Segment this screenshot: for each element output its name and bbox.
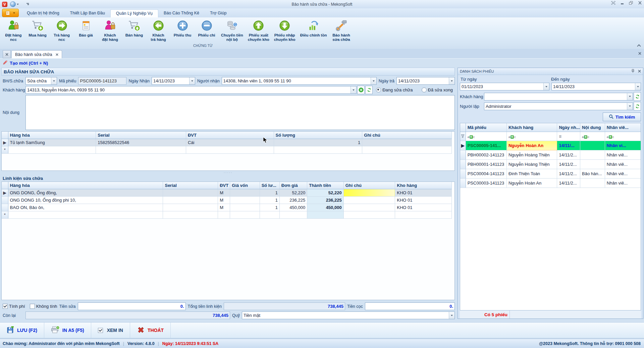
parts-grid-cell[interactable]: BAO ON, Bảo ôn, <box>8 204 163 211</box>
items-grid-cell[interactable]: 1 <box>274 139 362 146</box>
parts-grid-new-row[interactable]: * <box>2 211 452 219</box>
receipt-code-cell[interactable]: PSC00005-141... <box>466 141 506 150</box>
receipt-staff-cell[interactable]: Nhân vi... <box>605 141 641 150</box>
grid-column-header[interactable]: Serial <box>96 132 186 139</box>
content-textarea[interactable] <box>25 95 455 130</box>
items-grid-cell[interactable]: Cái <box>186 139 274 146</box>
grid-column-header[interactable]: Mã phiếu <box>466 123 506 132</box>
ribbon-item-0[interactable]: Đặt hàng ncc <box>1 19 25 43</box>
parts-grid-cell[interactable]: KHO 01 <box>395 197 452 204</box>
grid-column-header[interactable]: Nội dung <box>580 123 605 132</box>
receipt-content-cell[interactable] <box>580 160 605 169</box>
repair-fee-input[interactable]: 0. <box>78 302 186 310</box>
ribbon-item-12[interactable]: Điều chỉnh tồn <box>298 19 329 38</box>
ribbon-item-11[interactable]: Phiếu nhập chuyển kho <box>272 19 298 43</box>
receipt-row[interactable]: ▶PSC00005-141...Nguyễn Hoàn An14/11/...N… <box>460 141 641 150</box>
parts-grid-cell[interactable] <box>218 211 230 219</box>
items-grid-new-row[interactable]: * <box>2 146 452 154</box>
exit-button[interactable]: THOÁT <box>130 323 171 338</box>
tab-close-left-icon[interactable] <box>3 50 11 58</box>
parts-grid-cell[interactable]: KHO 01 <box>395 204 452 211</box>
chevron-down-icon[interactable] <box>449 77 454 84</box>
create-new-link[interactable]: Tạo mới (Ctrl + N) <box>1 59 455 67</box>
parts-grid-cell[interactable] <box>8 211 163 219</box>
parts-grid-cell[interactable]: ONG DONG 10, Ống đồng phi 10, <box>8 197 163 204</box>
chevron-down-icon[interactable] <box>371 77 376 84</box>
receipt-staff-cell[interactable]: Nhân viê... <box>605 150 641 160</box>
preview-checkbox[interactable] <box>98 328 103 333</box>
parts-grid-cell[interactable]: 450,000 <box>307 204 343 211</box>
grid-column-header[interactable]: Khách hàng <box>506 123 557 132</box>
ribbon-collapse-icon[interactable] <box>638 44 641 47</box>
parts-grid-cell[interactable] <box>230 197 260 204</box>
add-customer-button[interactable] <box>357 86 365 94</box>
parts-grid-cell[interactable] <box>343 204 395 211</box>
menu-tab-4[interactable]: Trợ Giúp <box>205 9 232 17</box>
parts-grid-cell[interactable]: 236,225 <box>279 197 307 204</box>
abc-filter-icon[interactable]: aBc <box>605 132 641 141</box>
parts-grid-cell[interactable] <box>343 197 395 204</box>
receipt-customer-cell[interactable]: Nguyễn Hoàng Thiện <box>506 150 557 160</box>
ribbon-item-2[interactable]: Trả hàng ncc <box>50 19 74 43</box>
parts-grid-cell[interactable] <box>395 211 452 219</box>
fullscreen-icon[interactable] <box>611 1 615 5</box>
refresh-customer-button[interactable] <box>365 86 373 94</box>
parts-grid-cell[interactable]: 52,220 <box>279 189 307 197</box>
parts-grid-cell[interactable]: ONG DONG, Ống đồng, <box>8 189 163 197</box>
receipt-content-cell[interactable] <box>580 141 605 150</box>
deposit-input[interactable]: 0. <box>365 302 455 310</box>
ribbon-item-8[interactable]: Phiếu chi <box>195 19 219 38</box>
grid-column-header[interactable]: Ghi chú <box>362 132 452 139</box>
save-button[interactable]: LƯU (F2) <box>0 323 44 338</box>
no-fee-checkbox[interactable] <box>30 304 35 309</box>
grid-column-header[interactable]: Giá vốn <box>230 182 260 189</box>
chevron-down-icon[interactable] <box>627 103 633 110</box>
grid-column-header[interactable]: Hàng hóa <box>8 182 163 189</box>
ribbon-item-4[interactable]: Khách đặt hàng <box>98 19 122 43</box>
grid-column-header[interactable]: Nhân viê... <box>605 123 641 132</box>
receipt-content-cell[interactable] <box>580 150 605 160</box>
grid-column-header[interactable]: Serial <box>163 182 218 189</box>
chevron-down-icon[interactable] <box>635 83 641 90</box>
parts-grid-cell[interactable] <box>230 189 260 197</box>
ribbon-item-13[interactable]: Bảo hành sửa chữa <box>329 19 353 43</box>
menu-tab-2[interactable]: Quản Lý Nghiệp Vụ <box>110 9 158 17</box>
ribbon-item-9[interactable]: Chuyển tiền nội bộ <box>219 19 246 43</box>
chevron-down-icon[interactable] <box>189 77 195 84</box>
status-repairing-radio[interactable] <box>376 87 381 92</box>
parts-grid-cell[interactable]: 52,220 <box>307 189 343 197</box>
minimize-icon[interactable] <box>620 1 624 5</box>
return-date-field[interactable]: 14/11/2023 <box>396 77 455 85</box>
grid-column-header[interactable]: ĐVT <box>186 132 274 139</box>
items-grid-cell[interactable] <box>186 146 274 154</box>
refresh-filter-customer-button[interactable] <box>634 92 641 101</box>
parts-grid-cell[interactable]: KHO 01 <box>395 189 452 197</box>
items-grid-cell[interactable]: Tủ lạnh SamSung <box>8 139 96 146</box>
items-grid-cell[interactable] <box>274 146 362 154</box>
parts-grid-cell[interactable] <box>279 211 307 219</box>
splitter-handle[interactable]: ····· <box>1 171 455 174</box>
receipt-customer-cell[interactable]: Đinh Thiện Toàn <box>506 169 557 179</box>
items-grid-cell[interactable] <box>362 146 452 154</box>
abc-filter-icon[interactable]: aBc <box>506 132 557 141</box>
receipt-code-cell[interactable]: PBH00002-141123 <box>466 150 506 160</box>
receipt-date-cell[interactable]: 14/11/2... <box>557 169 580 179</box>
parts-grid-cell[interactable]: 450,000 <box>279 204 307 211</box>
parts-grid-cell[interactable] <box>343 211 395 219</box>
parts-grid-cell[interactable] <box>163 189 218 197</box>
parts-grid-row[interactable]: ▶ONG DONG, Ống đồng,M152,22052,220KHO 01 <box>2 189 452 197</box>
items-grid-row[interactable]: ▶Tủ lạnh SamSung1582558522546Cái1 <box>2 139 452 146</box>
application-menu-button[interactable] <box>2 9 19 17</box>
receive-date-field[interactable]: 14/11/2023 <box>152 77 195 85</box>
panel-close-icon[interactable] <box>638 69 641 73</box>
grid-column-header[interactable]: Hàng hóa <box>8 132 96 139</box>
receipt-staff-cell[interactable]: Nhân viê... <box>605 160 641 169</box>
restore-icon[interactable] <box>629 1 633 5</box>
parts-grid-cell[interactable] <box>163 204 218 211</box>
chevron-down-icon[interactable] <box>351 86 356 93</box>
receipt-code-cell[interactable]: PSC00003-141123 <box>466 179 506 188</box>
ribbon-item-7[interactable]: Phiếu thu <box>170 19 195 38</box>
abc-filter-icon[interactable]: aBc <box>466 132 506 141</box>
receipt-row[interactable]: PBH00001-141123Nguyễn Hoàng Thiện14/11/2… <box>460 160 641 169</box>
refresh-filter-creator-button[interactable] <box>634 102 641 111</box>
